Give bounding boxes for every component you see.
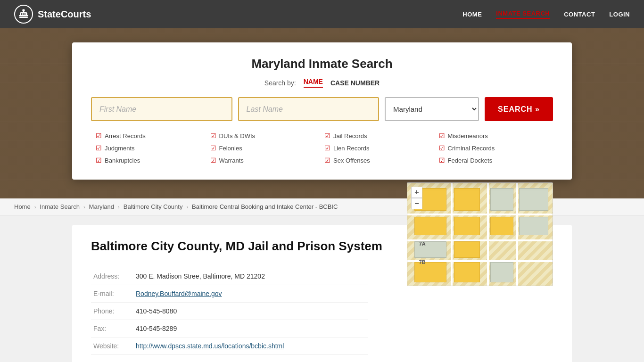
check-icon: ☑ xyxy=(324,156,330,164)
map-block xyxy=(519,217,548,235)
tab-name[interactable]: NAME xyxy=(304,78,323,88)
search-button[interactable]: SEARCH » xyxy=(485,97,553,121)
search-inputs: Maryland Alabama Alaska Arizona Californ… xyxy=(91,97,553,121)
check-icon: ☑ xyxy=(210,156,216,164)
check-misdemeanors: ☑ Misdemeanors xyxy=(439,131,549,141)
nav-inmate-search[interactable]: INMATE SEARCH xyxy=(496,10,550,19)
check-label: Warrants xyxy=(219,157,244,164)
info-table: Address: 300 E. Madison Stree, Baltimore… xyxy=(91,268,368,355)
website-link[interactable]: http://www.dpscs.state.md.us/locations/b… xyxy=(136,342,284,350)
website-label: Website: xyxy=(91,337,133,355)
check-label: Criminal Records xyxy=(448,145,495,152)
nav-login[interactable]: LOGIN xyxy=(609,11,630,18)
check-federal-dockets: ☑ Federal Dockets xyxy=(439,155,549,165)
email-value: Rodney.Bouffard@maine.gov xyxy=(133,285,368,303)
nav-home[interactable]: HOME xyxy=(462,11,482,18)
svg-rect-7 xyxy=(25,13,26,16)
address-value: 300 E. Madison Stree, Baltimore, MD 2120… xyxy=(133,268,368,285)
breadcrumb-sep-2: › xyxy=(83,204,85,210)
info-row-address: Address: 300 E. Madison Stree, Baltimore… xyxy=(91,268,368,285)
map-block xyxy=(490,188,513,211)
check-label: Sex Offenses xyxy=(333,157,370,164)
breadcrumb-sep-4: › xyxy=(186,204,188,210)
check-label: Federal Dockets xyxy=(448,157,493,164)
check-label: Judgments xyxy=(105,145,135,152)
info-row-email: E-mail: Rodney.Bouffard@maine.gov xyxy=(91,285,368,303)
check-icon: ☑ xyxy=(439,132,445,140)
header: StateCourts HOME INMATE SEARCH CONTACT L… xyxy=(0,0,644,28)
check-label: Lien Records xyxy=(333,145,370,152)
first-name-input[interactable] xyxy=(91,97,232,121)
check-label: DUIs & DWIs xyxy=(219,132,256,140)
fax-value: 410-545-8289 xyxy=(133,320,368,337)
info-row-website: Website: http://www.dpscs.state.md.us/lo… xyxy=(91,337,368,355)
check-icon: ☑ xyxy=(324,144,330,152)
check-icon: ☑ xyxy=(96,132,102,140)
map-block xyxy=(454,241,480,258)
check-lien-records: ☑ Lien Records xyxy=(324,143,434,153)
map-road xyxy=(516,183,518,286)
svg-rect-6 xyxy=(24,13,25,16)
email-label: E-mail: xyxy=(91,285,133,303)
address-label: Address: xyxy=(91,268,133,285)
check-bankruptcies: ☑ Bankruptcies xyxy=(96,155,206,165)
phone-label: Phone: xyxy=(91,303,133,320)
content-card: 7A 7B + − Baltimore City County, MD Jail… xyxy=(72,225,572,362)
check-icon: ☑ xyxy=(324,132,330,140)
check-icon: ☑ xyxy=(210,144,216,152)
map-block xyxy=(519,188,548,211)
map-label-7a: 7A xyxy=(419,241,426,247)
check-sex-offenses: ☑ Sex Offenses xyxy=(324,155,434,165)
svg-rect-5 xyxy=(22,13,23,16)
map-road xyxy=(407,214,553,215)
breadcrumb-baltimore-city[interactable]: Baltimore City County xyxy=(124,203,183,210)
check-jail-records: ☑ Jail Records xyxy=(324,131,434,141)
breadcrumb-sep-1: › xyxy=(34,204,36,210)
map-container[interactable]: 7A 7B + − xyxy=(407,182,553,286)
search-by-label: Search by: xyxy=(264,79,296,87)
map-zoom-out[interactable]: − xyxy=(411,198,422,209)
breadcrumb-current: Baltimore Central Booking and Intake Cen… xyxy=(192,203,338,210)
map-zoom-in[interactable]: + xyxy=(411,187,422,198)
check-label: Arrest Records xyxy=(105,132,146,140)
logo-text: StateCourts xyxy=(38,9,91,20)
check-icon: ☑ xyxy=(96,144,102,152)
check-warrants: ☑ Warrants xyxy=(210,155,320,165)
check-icon: ☑ xyxy=(439,144,445,152)
map-block xyxy=(454,217,480,235)
map-label-7b: 7B xyxy=(419,259,426,265)
search-by-row: Search by: NAME CASE NUMBER xyxy=(91,78,553,88)
state-select[interactable]: Maryland Alabama Alaska Arizona Californ… xyxy=(385,97,479,121)
tab-case[interactable]: CASE NUMBER xyxy=(330,79,380,87)
svg-rect-4 xyxy=(20,13,21,16)
check-label: Felonies xyxy=(219,145,242,152)
nav-contact[interactable]: CONTACT xyxy=(564,11,595,18)
email-link[interactable]: Rodney.Bouffard@maine.gov xyxy=(136,290,222,297)
breadcrumb-inmate-search[interactable]: Inmate Search xyxy=(40,203,80,210)
search-card: Maryland Inmate Search Search by: NAME C… xyxy=(72,42,572,180)
hero-section: Maryland Inmate Search Search by: NAME C… xyxy=(0,28,644,198)
info-row-fax: Fax: 410-545-8289 xyxy=(91,320,368,337)
map-road xyxy=(487,183,489,286)
website-value: http://www.dpscs.state.md.us/locations/b… xyxy=(133,337,368,355)
main-nav: HOME INMATE SEARCH CONTACT LOGIN xyxy=(462,10,630,19)
map-block xyxy=(454,262,480,283)
info-row-phone: Phone: 410-545-8080 xyxy=(91,303,368,320)
breadcrumb-home[interactable]: Home xyxy=(14,203,31,210)
checks-grid: ☑ Arrest Records ☑ DUIs & DWIs ☑ Jail Re… xyxy=(91,131,553,165)
check-label: Misdemeanors xyxy=(448,132,488,140)
logo[interactable]: StateCourts xyxy=(14,5,91,24)
map-block xyxy=(454,188,480,211)
check-icon: ☑ xyxy=(210,132,216,140)
svg-rect-8 xyxy=(26,13,27,16)
svg-rect-0 xyxy=(19,16,28,18)
map-block xyxy=(414,217,446,235)
svg-rect-9 xyxy=(20,12,27,13)
check-icon: ☑ xyxy=(439,156,445,164)
breadcrumb-maryland[interactable]: Maryland xyxy=(89,203,114,210)
check-arrest-records: ☑ Arrest Records xyxy=(96,131,206,141)
check-felonies: ☑ Felonies xyxy=(210,143,320,153)
last-name-input[interactable] xyxy=(238,97,380,121)
check-icon: ☑ xyxy=(96,156,102,164)
check-judgments: ☑ Judgments xyxy=(96,143,206,153)
